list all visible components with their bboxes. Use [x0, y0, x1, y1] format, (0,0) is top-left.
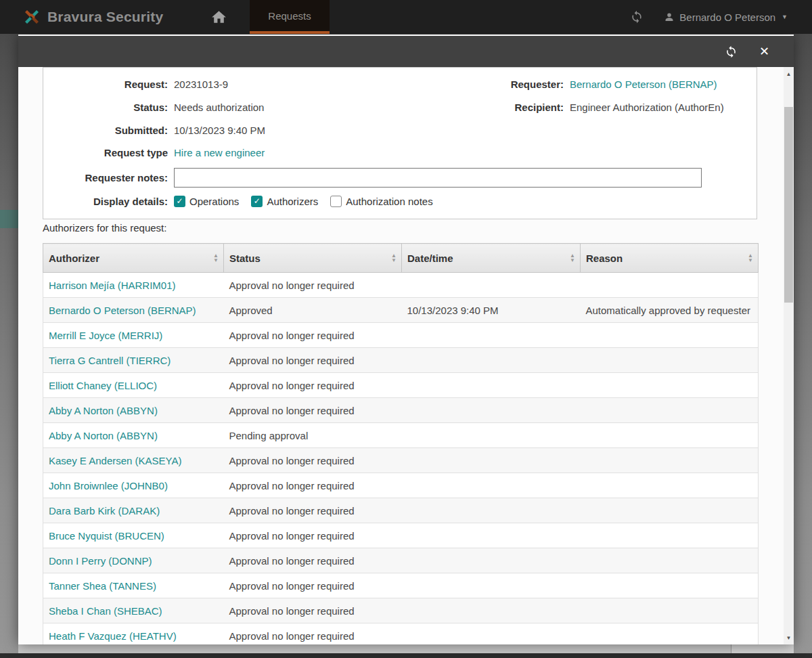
checkbox-authorization-notes[interactable]: Authorization notes: [330, 196, 432, 207]
checkbox-operations[interactable]: ✓ Operations: [174, 196, 239, 207]
reason-cell: [581, 323, 759, 348]
request-type-link[interactable]: Hire a new engineer: [174, 147, 265, 158]
requester-link[interactable]: Bernardo O Peterson (BERNAP): [570, 79, 717, 90]
authorizer-link[interactable]: Tanner Shea (TANNES): [49, 580, 156, 592]
tab-requests[interactable]: Requests: [250, 0, 329, 34]
modal-refresh-button[interactable]: [725, 45, 738, 58]
datetime-cell: [402, 598, 581, 623]
table-row: Bruce Nyquist (BRUCEN)Approval no longer…: [43, 523, 759, 548]
status-cell: Approval no longer required: [224, 448, 402, 473]
datetime-cell: [402, 498, 581, 523]
column-header-label: Date/time: [407, 253, 453, 264]
status-cell: Approval no longer required: [224, 598, 402, 623]
user-name: Bernardo O Peterson: [679, 12, 775, 23]
authorizer-link[interactable]: Harrison Mejía (HARRIM01): [49, 280, 176, 291]
authorizer-link[interactable]: Bernardo O Peterson (BERNAP): [49, 305, 196, 316]
authorizer-cell: Kasey E Andersen (KASEYA): [43, 448, 224, 473]
datetime-cell: [402, 273, 581, 298]
table-row: Harrison Mejía (HARRIM01)Approval no lon…: [43, 273, 759, 298]
dimmed-page-bottom-right: [731, 644, 794, 653]
recipient-label: Recipient:: [439, 102, 564, 113]
authorizer-link[interactable]: Bruce Nyquist (BRUCEN): [49, 530, 164, 542]
authorizer-link[interactable]: Elliott Chaney (ELLIOC): [49, 380, 157, 391]
checkbox-icon: ✓: [174, 196, 185, 207]
checkbox-icon: ✓: [251, 196, 263, 207]
datetime-cell: 10/13/2023 9:40 PM: [402, 298, 581, 323]
reason-cell: [581, 348, 759, 373]
reason-cell: [581, 448, 759, 473]
checkbox-authorizers[interactable]: ✓ Authorizers: [251, 196, 318, 207]
authorizer-link[interactable]: Sheba I Chan (SHEBAC): [49, 605, 162, 617]
column-header-date-time[interactable]: Date/time▲▼: [402, 244, 581, 273]
requester-notes-row: Requester notes:: [43, 163, 757, 192]
modal-scrollbar[interactable]: ▲ ▼: [784, 67, 794, 644]
request-type-label: Request type: [43, 147, 168, 158]
datetime-cell: [402, 473, 581, 498]
recipient-value: Engineer Authorization (AuthorEn): [570, 102, 724, 113]
authorizer-cell: Heath F Vazquez (HEATHV): [43, 623, 224, 645]
navbar-refresh-button[interactable]: [630, 10, 644, 24]
checkbox-authorizers-label: Authorizers: [267, 196, 318, 207]
authorizer-link[interactable]: Heath F Vazquez (HEATHV): [49, 630, 177, 642]
table-row: John Broiwnlee (JOHNB0)Approval no longe…: [43, 473, 759, 498]
home-button[interactable]: [198, 0, 239, 34]
sort-icon: ▲▼: [748, 253, 753, 263]
authorizer-cell: Merrill E Joyce (MERRIJ): [43, 323, 224, 348]
submitted-row: Submitted: 10/13/2023 9:40 PM: [43, 118, 757, 141]
modal-close-button[interactable]: ✕: [759, 45, 769, 58]
top-navbar: Bravura Security Requests Bernardo O Pet…: [0, 0, 812, 34]
status-value: Needs authorization: [174, 102, 264, 113]
datetime-cell: [402, 423, 581, 448]
authorizer-link[interactable]: Kasey E Andersen (KASEYA): [49, 455, 182, 466]
submitted-label: Submitted:: [43, 125, 168, 136]
scroll-up-icon[interactable]: ▲: [784, 68, 794, 79]
column-header-authorizer[interactable]: Authorizer▲▼: [43, 244, 224, 273]
authorizer-cell: Tierra G Cantrell (TIERRC): [43, 348, 224, 373]
dimmed-page-dark-band: [0, 653, 812, 658]
authorizer-link[interactable]: Tierra G Cantrell (TIERRC): [49, 355, 171, 366]
caret-down-icon: ▼: [782, 14, 788, 20]
reason-cell: [581, 573, 759, 598]
status-cell: Approved: [224, 298, 402, 323]
scrollbar-thumb[interactable]: [784, 107, 793, 303]
reason-cell: [581, 473, 759, 498]
dimmed-page-divider: [731, 644, 731, 653]
column-header-status[interactable]: Status▲▼: [224, 244, 402, 273]
brand-logo-icon: [22, 7, 41, 26]
sort-icon: ▲▼: [570, 253, 575, 263]
column-header-reason[interactable]: Reason▲▼: [581, 244, 759, 273]
checkbox-authorization-notes-label: Authorization notes: [346, 196, 432, 207]
authorizer-link[interactable]: Merrill E Joyce (MERRIJ): [49, 330, 162, 341]
scroll-down-icon[interactable]: ▼: [784, 632, 794, 643]
status-cell: Approval no longer required: [224, 498, 402, 523]
status-cell: Approval no longer required: [224, 373, 402, 398]
submitted-value: 10/13/2023 9:40 PM: [174, 125, 265, 136]
modal-header: ✕: [18, 36, 794, 67]
datetime-cell: [402, 398, 581, 423]
status-cell: Approval no longer required: [224, 398, 402, 423]
tab-requests-label: Requests: [268, 10, 311, 22]
reason-cell: [581, 373, 759, 398]
request-label: Request:: [43, 79, 168, 90]
request-details-modal: ✕ Request: 20231013-9 Status: Needs auth…: [18, 35, 794, 644]
reason-cell: [581, 598, 759, 623]
requester-notes-input[interactable]: [174, 168, 702, 188]
authorizer-link[interactable]: Donn I Perry (DONNP): [49, 555, 152, 567]
authorizer-link[interactable]: Abby A Norton (ABBYN): [49, 430, 158, 441]
table-row: Kasey E Andersen (KASEYA)Approval no lon…: [43, 448, 759, 473]
authorizer-link[interactable]: Abby A Norton (ABBYN): [49, 405, 158, 416]
request-details-panel: Request: 20231013-9 Status: Needs author…: [43, 67, 757, 219]
brand-name: Bravura Security: [47, 9, 163, 25]
authorizer-link[interactable]: Dara Barb Kirk (DARAK): [49, 505, 160, 517]
table-row: Tierra G Cantrell (TIERRC)Approval no lo…: [43, 348, 759, 373]
status-cell: Approval no longer required: [224, 473, 402, 498]
table-row: Merrill E Joyce (MERRIJ)Approval no long…: [43, 323, 759, 348]
request-type-row: Request type Hire a new engineer: [43, 141, 757, 163]
authorizer-link[interactable]: John Broiwnlee (JOHNB0): [49, 480, 168, 491]
table-row: Elliott Chaney (ELLIOC)Approval no longe…: [43, 373, 759, 398]
table-row: Donn I Perry (DONNP)Approval no longer r…: [43, 548, 759, 573]
user-menu[interactable]: Bernardo O Peterson ▼: [664, 12, 788, 23]
status-cell: Approval no longer required: [224, 623, 402, 645]
authorizer-cell: Harrison Mejía (HARRIM01): [43, 273, 224, 298]
home-icon: [210, 9, 227, 26]
